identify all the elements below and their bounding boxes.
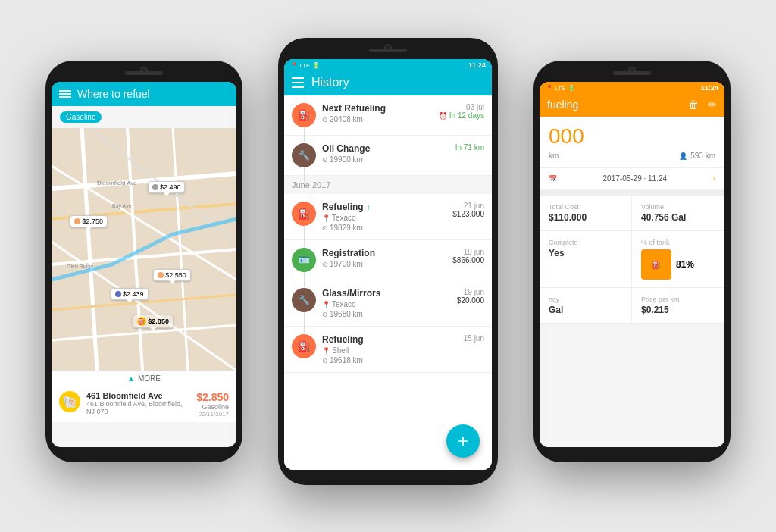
registration-icon: 🪪 bbox=[292, 248, 316, 272]
gasoline-badge[interactable]: Gasoline bbox=[59, 111, 102, 124]
tank-label: % of tank bbox=[641, 239, 670, 246]
svg-text:Bay Ave: Bay Ave bbox=[112, 203, 132, 209]
refueling-1-right: 21 jun $123.000 bbox=[452, 202, 484, 218]
pin-2490-price: $2.490 bbox=[160, 183, 181, 191]
registration-content: Registration ⊙ 19700 km bbox=[322, 248, 452, 268]
total-cost-value: $110.000 bbox=[549, 212, 622, 223]
complete-value: Yes bbox=[549, 248, 622, 258]
refueling-date: 2017-05-29 · 11:24 bbox=[603, 174, 668, 183]
oil-change-icon: 🔧 bbox=[292, 143, 316, 167]
registration-date: 19 jun bbox=[452, 248, 484, 256]
hamburger-icon-center[interactable] bbox=[292, 77, 304, 88]
refueling-2-content: Refueling 📍 Shell ⊙ 19618 km bbox=[322, 334, 464, 365]
section-june-2017: June 2017 bbox=[284, 176, 492, 194]
pin-2850-price: $2.850 bbox=[148, 318, 169, 325]
history-item-next-refueling[interactable]: ⛽ Next Refueling ⊙ 20408 km 03 jul ⏰ In … bbox=[284, 95, 492, 136]
tank-visual: ⛽ bbox=[641, 249, 671, 280]
volume-value: 40.756 Gal bbox=[641, 212, 715, 223]
right-time: 11:24 bbox=[701, 84, 718, 92]
refueling-1-km: ⊙ 19829 km bbox=[322, 224, 452, 232]
history-item-glass[interactable]: 🔧 Glass/Mirrors 📍 Texaco ⊙ 19680 km bbox=[284, 280, 492, 327]
detail-grid: Total Cost $110.000 Volume 40.756 Gal Co… bbox=[540, 196, 724, 324]
price-date: 02/11/2017 bbox=[196, 411, 229, 418]
pin-2750-price: $2.750 bbox=[82, 217, 103, 225]
efficiency-cell: ncy Gal bbox=[540, 288, 632, 324]
refueling-icon-1: ⛽ bbox=[292, 103, 316, 127]
odometer-unit: km bbox=[549, 152, 559, 160]
odometer-sub: km 👤 593 km bbox=[549, 152, 715, 160]
right-nav-icons: 🗑 ✏ bbox=[688, 99, 717, 111]
speaker-left bbox=[125, 71, 163, 75]
refueling-2-date: 15 jun bbox=[464, 334, 484, 343]
speaker-center bbox=[369, 49, 407, 52]
next-refueling-date: 03 jul bbox=[439, 103, 484, 111]
station-name: 461 Bloomfield Ave bbox=[86, 391, 190, 400]
right-nav-title: fueling bbox=[547, 99, 578, 111]
refueling-icon-2: ⛽ bbox=[292, 202, 316, 226]
registration-price: $866.000 bbox=[452, 256, 484, 264]
glass-title: Glass/Mirrors bbox=[322, 288, 457, 299]
refueling-1-date: 21 jun bbox=[452, 202, 484, 210]
history-list[interactable]: ⛽ Next Refueling ⊙ 20408 km 03 jul ⏰ In … bbox=[284, 95, 492, 470]
oil-change-right: In 71 km bbox=[455, 143, 484, 152]
fab-icon: + bbox=[458, 430, 468, 452]
volume-cell: Volume 40.756 Gal bbox=[632, 196, 724, 231]
more-banner[interactable]: ▲ MORE bbox=[52, 371, 236, 386]
screen-right: 📍 LTE 🔋 11:24 fueling 🗑 ✏ 000 km 👤 bbox=[540, 82, 724, 447]
speaker-right bbox=[613, 71, 651, 75]
total-cost-label: Total Cost bbox=[549, 203, 622, 211]
center-time: 11:24 bbox=[468, 61, 486, 69]
date-row[interactable]: 📅 2017-05-29 · 11:24 › bbox=[540, 168, 724, 189]
map-area: Bloomfield Ave Bay Ave Glen Ridge $2.490… bbox=[52, 128, 236, 371]
refueling-icon-3: ⛽ bbox=[292, 334, 316, 358]
efficiency-label: ncy bbox=[549, 296, 622, 303]
center-nav: History bbox=[284, 71, 492, 95]
refueling-2-km: ⊙ 19618 km bbox=[322, 356, 464, 365]
oil-change-title: Oil Change bbox=[322, 143, 455, 154]
complete-cell: Complete Yes bbox=[540, 231, 632, 288]
glass-date: 19 jun bbox=[457, 288, 484, 296]
history-item-oil-change[interactable]: 🔧 Oil Change ⊙ 19900 km In 71 km bbox=[284, 136, 492, 176]
complete-label: Complete bbox=[549, 239, 622, 246]
left-header: Where to refuel bbox=[52, 82, 236, 106]
history-title: History bbox=[311, 76, 349, 89]
fab-add-button[interactable]: + bbox=[446, 424, 480, 458]
pin-2550-price: $2.550 bbox=[165, 271, 186, 279]
price-per-km-label: Price per km bbox=[641, 296, 715, 303]
refueling-2-right: 15 jun bbox=[464, 334, 484, 343]
station-info: 🐚 461 Bloomfield Ave 461 Bloomfield Ave,… bbox=[52, 386, 236, 422]
history-item-refueling-2[interactable]: ⛽ Refueling 📍 Shell ⊙ 19618 km 15 ju bbox=[284, 327, 492, 373]
price-per-km-cell: Price per km $0.215 bbox=[632, 288, 724, 324]
pin-2750[interactable]: $2.750 bbox=[70, 215, 108, 227]
hamburger-icon-left[interactable] bbox=[59, 90, 71, 98]
station-details: 461 Bloomfield Ave 461 Bloomfield Ave, B… bbox=[86, 391, 190, 415]
history-item-registration[interactable]: 🪪 Registration ⊙ 19700 km 19 jun $866.00… bbox=[284, 240, 492, 280]
edit-icon[interactable]: ✏ bbox=[708, 99, 717, 111]
refueling-1-price: $123.000 bbox=[452, 210, 484, 218]
pin-2439[interactable]: $2.439 bbox=[111, 288, 149, 300]
pin-2550[interactable]: $2.550 bbox=[153, 269, 191, 281]
glass-km: ⊙ 19680 km bbox=[322, 310, 457, 318]
svg-text:Bloomfield Ave: Bloomfield Ave bbox=[97, 180, 137, 186]
shell-logo: 🐚 bbox=[59, 391, 80, 412]
glass-content: Glass/Mirrors 📍 Texaco ⊙ 19680 km bbox=[322, 288, 457, 318]
price-per-km-value: $0.215 bbox=[641, 305, 715, 315]
phone-left: Where to refuel Gasoline bbox=[45, 61, 242, 462]
phone-center: 📍 LTE 🔋 11:24 History ⛽ Next Refueling bbox=[278, 38, 498, 485]
right-status-bar: 📍 LTE 🔋 11:24 bbox=[540, 82, 724, 94]
delete-icon[interactable]: 🗑 bbox=[688, 99, 699, 111]
tank-cell: % of tank ⛽ 81% bbox=[632, 231, 724, 288]
station-price: $2.850 Gasoline 02/11/2017 bbox=[196, 391, 229, 418]
pin-2850[interactable]: ⛽ $2.850 bbox=[133, 315, 174, 328]
history-item-refueling-1[interactable]: ⛽ Refueling ↑ 📍 Texaco ⊙ 19829 km bbox=[284, 194, 492, 240]
registration-km: ⊙ 19700 km bbox=[322, 260, 452, 268]
station-address: 461 Bloomfield Ave, Bloomfield, NJ 070 bbox=[86, 400, 190, 415]
tank-percent: 81% bbox=[676, 259, 694, 270]
next-refueling-title: Next Refueling bbox=[322, 103, 439, 114]
screen-center: 📍 LTE 🔋 11:24 History ⛽ Next Refueling bbox=[284, 59, 492, 470]
more-label: MORE bbox=[138, 374, 161, 383]
next-refueling-km: ⊙ 20408 km bbox=[322, 115, 439, 124]
chevron-right-icon: › bbox=[713, 174, 715, 183]
pin-2490[interactable]: $2.490 bbox=[148, 181, 186, 193]
glass-right: 19 jun $20.000 bbox=[457, 288, 484, 305]
